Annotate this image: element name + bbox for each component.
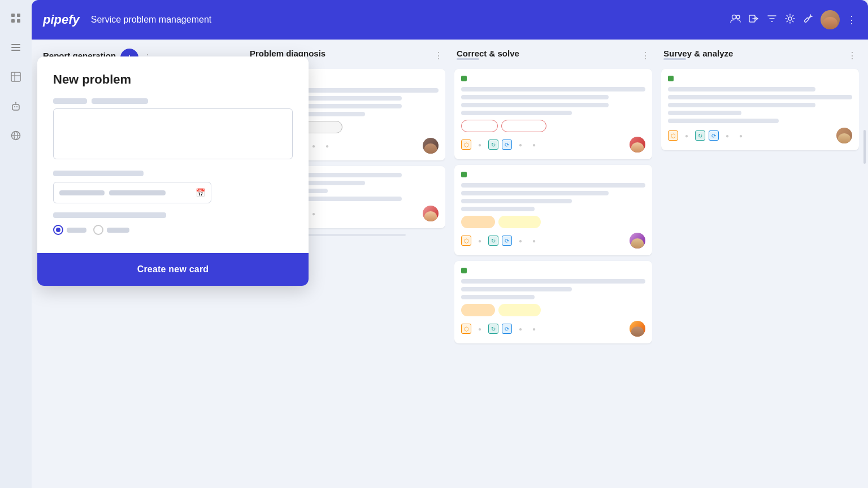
card-7[interactable]: ⬡ ● ↻ ⟳ ● ● (661, 69, 859, 150)
wrench-icon[interactable] (802, 13, 814, 27)
ci1: ⬡ (668, 130, 678, 141)
card-icons: ⬡ ● ↻ ⟳ ● ● (461, 324, 539, 334)
radio-empty[interactable] (93, 225, 103, 235)
svg-rect-0 (11, 14, 15, 17)
ci6: ● (736, 130, 746, 141)
column-header-correct: Correct & solve ⋮ (454, 49, 652, 62)
ci2: ● (475, 140, 485, 150)
card-avatar-6 (630, 321, 645, 337)
column-survey-analyze: Survey & analyze ⋮ ⬡ ● (661, 49, 859, 479)
form-label-row-1 (53, 98, 293, 104)
skeleton (668, 119, 779, 123)
main-content: pipefy Service problem management (32, 0, 868, 488)
modal-footer: Create new card (37, 253, 309, 286)
ci2: ● (475, 236, 485, 246)
svg-rect-4 (11, 44, 20, 45)
modal-body: New problem (37, 56, 309, 253)
sidebar-item-list[interactable] (7, 38, 25, 56)
svg-rect-10 (12, 104, 19, 110)
skeleton (461, 191, 609, 195)
card-footer: ⬡ ● ↻ ⟳ ● ● (461, 321, 645, 337)
ci5: ● (515, 324, 526, 334)
radio-option-1[interactable] (53, 225, 86, 235)
sidebar (0, 0, 32, 488)
ci5: ● (309, 208, 319, 219)
svg-rect-6 (11, 50, 20, 51)
card-footer: ⬡ ● ↻ ⟳ ● ● (461, 137, 645, 152)
skeleton (461, 111, 572, 115)
column-more-icon-diagnosis[interactable]: ⋮ (434, 50, 443, 61)
column-underline-survey (663, 58, 686, 60)
column-more-icon-correct[interactable]: ⋮ (641, 50, 650, 61)
svg-point-19 (736, 15, 740, 19)
ci5: ● (515, 236, 526, 246)
date-field-label (53, 171, 144, 176)
svg-rect-1 (17, 14, 20, 17)
board-area: Report generation + ⋮ ⬡ ● (32, 40, 868, 488)
column-more-icon-survey[interactable]: ⋮ (848, 50, 857, 61)
sidebar-item-bot[interactable] (7, 97, 25, 115)
ci3: ↻ (695, 130, 705, 141)
skeleton (461, 95, 609, 99)
pill-orange (461, 216, 495, 228)
filter-icon[interactable] (766, 13, 778, 27)
radio-label (53, 212, 166, 218)
modal-title: New problem (53, 72, 293, 87)
users-icon[interactable] (730, 13, 741, 27)
user-avatar[interactable] (821, 10, 840, 29)
svg-rect-5 (11, 47, 20, 48)
label-block-1 (53, 98, 87, 104)
more-options-icon[interactable]: ⋮ (847, 14, 857, 26)
ci2: ● (475, 324, 485, 334)
sidebar-item-grid[interactable] (7, 9, 25, 27)
ci6: ● (322, 141, 332, 151)
ci2: ● (682, 130, 692, 141)
sidebar-item-table[interactable] (7, 68, 25, 86)
ci5: ● (515, 140, 526, 150)
svg-rect-2 (11, 19, 15, 23)
card-footer: ⬡ ● ↻ ⟳ ● ● (668, 128, 852, 143)
svg-point-18 (732, 15, 736, 19)
sidebar-item-globe[interactable] (7, 127, 25, 145)
column-cards-survey: ⬡ ● ↻ ⟳ ● ● (661, 69, 859, 479)
skeleton (668, 111, 741, 115)
column-title-survey: Survey & analyze (663, 49, 733, 58)
ci4: ⟳ (502, 236, 512, 246)
card-pills-row (461, 304, 645, 316)
skeleton (461, 287, 572, 291)
card-avatar-5 (630, 233, 645, 249)
svg-point-22 (788, 17, 792, 20)
card-4[interactable]: ⬡ ● ↻ ⟳ ● ● (454, 69, 652, 159)
ci4: ⟳ (709, 130, 719, 141)
ci3: ↻ (488, 324, 498, 334)
card-avatar-7 (836, 128, 852, 143)
ci4: ⟳ (502, 324, 512, 334)
pill-outline-red-2 (501, 120, 546, 132)
pill-yellow (498, 304, 541, 316)
card-5[interactable]: ⬡ ● ↻ ⟳ ● ● (454, 165, 652, 255)
date-input[interactable]: 📅 (53, 182, 211, 203)
skeleton (461, 295, 535, 299)
logo-text: pipefy (43, 12, 80, 27)
card-6[interactable]: ⬡ ● ↻ ⟳ ● ● (454, 261, 652, 343)
column-underline-correct (457, 58, 479, 60)
card-icons: ⬡ ● ↻ ⟳ ● ● (668, 130, 746, 141)
signin-icon[interactable] (748, 13, 760, 27)
dot-green (461, 76, 467, 81)
skeleton (668, 95, 852, 99)
ci6: ● (529, 140, 539, 150)
skeleton (461, 87, 645, 91)
radio-selected[interactable] (53, 225, 63, 235)
radio-option-2[interactable] (93, 225, 129, 235)
pill-orange (461, 304, 495, 316)
settings-icon[interactable] (784, 13, 796, 27)
problem-description-textarea[interactable] (53, 108, 293, 159)
skeleton (461, 199, 572, 203)
date-text-2 (109, 190, 166, 195)
label-block-2 (92, 98, 148, 104)
new-problem-modal: New problem (37, 56, 309, 286)
ci3: ↻ (488, 140, 498, 150)
skeleton (461, 183, 645, 188)
create-card-button[interactable]: Create new card (37, 253, 309, 286)
card-avatar-2 (423, 138, 439, 154)
